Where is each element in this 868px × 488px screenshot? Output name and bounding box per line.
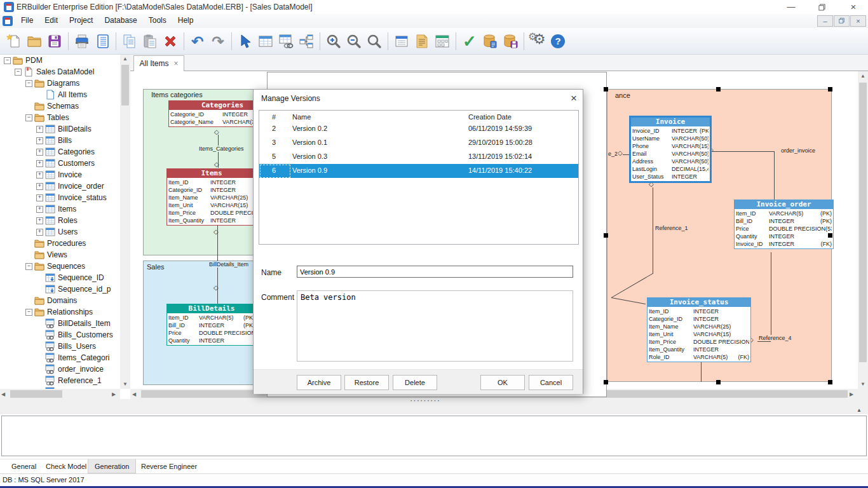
collapse-icon[interactable]: − <box>15 69 22 76</box>
canvas-vertical-scrollbar[interactable]: ▲ ▼ <box>858 71 868 389</box>
menu-file[interactable]: File <box>15 14 39 27</box>
sidebar-item-views[interactable]: Views <box>0 249 120 261</box>
sidebar-item-invoice-order[interactable]: +Invoice_order <box>0 180 120 192</box>
open-folder-icon[interactable] <box>25 32 44 51</box>
expand-icon[interactable]: + <box>36 229 43 236</box>
close-button[interactable]: × <box>843 1 864 13</box>
canvas-vscroll-thumb[interactable] <box>859 83 867 362</box>
cancel-button[interactable]: Cancel <box>529 375 573 390</box>
sidebar-item-invoice-status[interactable]: +Invoice_status <box>0 192 120 203</box>
version-comment-textarea[interactable] <box>297 290 573 362</box>
bottom-tab-generation[interactable]: Generation <box>88 459 136 473</box>
selection-handle[interactable] <box>828 380 832 384</box>
scroll-left-arrow[interactable]: ◀ <box>132 391 136 397</box>
paste-icon[interactable] <box>140 32 159 51</box>
mdi-close-button[interactable]: × <box>850 15 866 27</box>
settings-gears-icon[interactable]: ⚙⚙ <box>528 32 547 51</box>
column-header[interactable]: Creation Date <box>468 113 512 121</box>
new-file-icon[interactable] <box>4 32 24 51</box>
scroll-down-arrow[interactable]: ▼ <box>858 381 868 387</box>
sidebar-item-schemas[interactable]: Schemas <box>0 100 120 112</box>
tree-vertical-scrollbar[interactable]: ▲ ▼ <box>120 55 130 389</box>
sidebar-item-pdm[interactable]: −PDM <box>0 55 120 66</box>
menu-edit[interactable]: Edit <box>39 14 64 27</box>
version-row-version-0-9[interactable]: 6Version 0.914/11/2019 15:40:22 <box>259 164 578 178</box>
bottom-tab-check-model[interactable]: Check Model <box>39 459 93 473</box>
sidebar-item-all-items[interactable]: All Items <box>0 89 120 100</box>
redo-icon[interactable]: ↷ <box>208 32 227 51</box>
tree-horizontal-scrollbar[interactable]: ◀ ▶ <box>0 389 120 399</box>
selection-handle[interactable] <box>604 233 608 238</box>
column-header[interactable]: Name <box>292 113 311 121</box>
selection-handle[interactable] <box>716 87 721 92</box>
expand-icon[interactable]: + <box>36 194 43 201</box>
scroll-down-arrow[interactable]: ▼ <box>120 381 130 387</box>
collapse-icon[interactable]: − <box>25 309 32 316</box>
save-icon[interactable] <box>45 32 64 51</box>
version-row-version-0-1[interactable]: 3Version 0.129/10/2019 15:00:28 <box>259 136 578 150</box>
selection-handle[interactable] <box>716 380 721 384</box>
restore-button[interactable] <box>811 1 832 13</box>
zoom-in-icon[interactable] <box>324 32 343 51</box>
scroll-left-arrow[interactable]: ◀ <box>1 391 5 397</box>
expand-icon[interactable]: + <box>36 149 43 156</box>
select-pointer-icon[interactable] <box>236 32 255 51</box>
sidebar-item-procedures[interactable]: Procedures <box>0 238 120 249</box>
bottom-tab-general[interactable]: General <box>5 459 43 473</box>
archive-button[interactable]: Archive <box>297 375 341 390</box>
entity-table-invoice-order[interactable]: Invoice_orderItem_IDVARCHAR(5)(PK)Bill_I… <box>734 200 834 249</box>
scroll-up-arrow[interactable]: ▲ <box>858 73 868 79</box>
sidebar-item-invoice[interactable]: +Invoice <box>0 169 120 180</box>
sidebar-item-tables[interactable]: −Tables <box>0 112 120 123</box>
sidebar-item-diagrams[interactable]: −Diagrams <box>0 78 120 89</box>
expand-icon[interactable]: + <box>36 206 43 213</box>
document-icon[interactable] <box>412 32 431 51</box>
restore-button[interactable]: Restore <box>344 375 389 390</box>
entity-table-invoice[interactable]: InvoiceInvoice_IDINTEGER(PK)UserNameVARC… <box>629 116 712 183</box>
menu-tools[interactable]: Tools <box>143 14 172 27</box>
print-icon[interactable] <box>72 32 92 51</box>
expand-icon[interactable]: + <box>36 160 43 167</box>
scroll-up-arrow[interactable]: ▲ <box>120 56 130 62</box>
table-relationships-icon[interactable] <box>276 32 295 51</box>
tree-hscroll-thumb[interactable] <box>10 390 62 398</box>
sidebar-item-sequence-id-p[interactable]: Sequence_id_p <box>0 283 120 295</box>
form-grid-icon[interactable] <box>433 32 452 51</box>
minimize-button[interactable]: — <box>780 1 802 13</box>
expand-icon[interactable]: + <box>36 137 43 144</box>
tree-vscroll-thumb[interactable] <box>121 65 129 105</box>
expand-icon[interactable]: + <box>36 126 43 133</box>
delete-icon[interactable] <box>161 32 180 51</box>
report-icon[interactable] <box>93 32 112 51</box>
splitter-collapse-icon[interactable]: ▲ <box>857 407 862 413</box>
expand-icon[interactable]: + <box>36 217 43 224</box>
menu-database[interactable]: Database <box>98 14 142 27</box>
sidebar-item-categories[interactable]: +Categories <box>0 146 120 158</box>
selection-handle[interactable] <box>828 87 832 92</box>
sidebar-item-billdetails-item[interactable]: BillDetails_Item <box>0 318 120 329</box>
sidebar-item-sequences[interactable]: −Sequences <box>0 261 120 272</box>
scroll-right-arrow[interactable]: ▶ <box>850 391 853 397</box>
sidebar-item-roles[interactable]: +Roles <box>0 215 120 226</box>
selection-handle[interactable] <box>828 233 832 238</box>
ok-button[interactable]: OK <box>480 375 525 390</box>
copy-icon[interactable] <box>120 32 139 51</box>
menu-project[interactable]: Project <box>64 14 98 27</box>
undo-icon[interactable]: ↶ <box>188 32 207 51</box>
column-header[interactable]: # <box>272 113 276 121</box>
collapse-icon[interactable]: − <box>25 114 32 121</box>
tab-close-icon[interactable]: × <box>174 59 179 68</box>
expand-icon[interactable]: + <box>36 183 43 190</box>
versions-list[interactable]: #NameCreation Date2Version 0.206/11/2019… <box>259 110 579 245</box>
help-icon[interactable]: ? <box>548 32 567 51</box>
bottom-tab-reverse-engineer[interactable]: Reverse Engineer <box>135 459 203 473</box>
sidebar-item-users[interactable]: +Users <box>0 226 120 238</box>
delete-button[interactable]: Delete <box>393 375 437 390</box>
expand-icon[interactable]: + <box>36 172 43 179</box>
sidebar-item-relationships[interactable]: −Relationships <box>0 306 120 318</box>
verify-check-icon[interactable]: ✓ <box>460 32 479 51</box>
sidebar-item-items[interactable]: +Items <box>0 203 120 215</box>
collapse-icon[interactable]: − <box>25 263 32 270</box>
database-script-icon[interactable] <box>480 32 499 51</box>
sidebar-item-bills[interactable]: +Bills <box>0 135 120 146</box>
